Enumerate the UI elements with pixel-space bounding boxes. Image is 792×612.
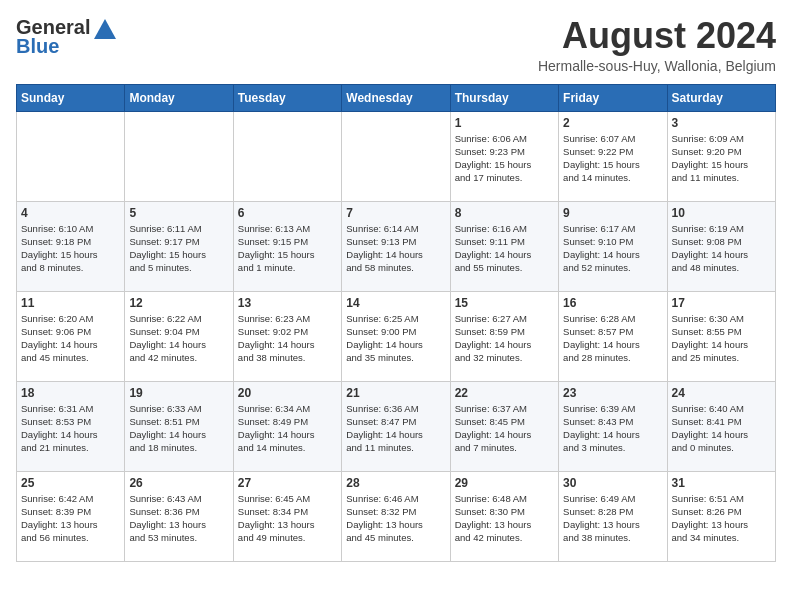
calendar-cell: 15Sunrise: 6:27 AM Sunset: 8:59 PM Dayli… [450,291,558,381]
calendar-cell: 9Sunrise: 6:17 AM Sunset: 9:10 PM Daylig… [559,201,667,291]
logo-icon [94,19,116,39]
day-number: 29 [455,476,554,490]
day-number: 22 [455,386,554,400]
day-number: 7 [346,206,445,220]
calendar-cell: 11Sunrise: 6:20 AM Sunset: 9:06 PM Dayli… [17,291,125,381]
day-info: Sunrise: 6:48 AM Sunset: 8:30 PM Dayligh… [455,492,554,545]
day-number: 10 [672,206,771,220]
day-number: 17 [672,296,771,310]
day-header-saturday: Saturday [667,84,775,111]
day-number: 1 [455,116,554,130]
calendar-cell: 27Sunrise: 6:45 AM Sunset: 8:34 PM Dayli… [233,471,341,561]
day-number: 26 [129,476,228,490]
calendar-week-3: 11Sunrise: 6:20 AM Sunset: 9:06 PM Dayli… [17,291,776,381]
day-number: 25 [21,476,120,490]
day-number: 19 [129,386,228,400]
day-info: Sunrise: 6:42 AM Sunset: 8:39 PM Dayligh… [21,492,120,545]
day-info: Sunrise: 6:09 AM Sunset: 9:20 PM Dayligh… [672,132,771,185]
calendar-week-4: 18Sunrise: 6:31 AM Sunset: 8:53 PM Dayli… [17,381,776,471]
calendar-cell [233,111,341,201]
day-number: 9 [563,206,662,220]
day-info: Sunrise: 6:20 AM Sunset: 9:06 PM Dayligh… [21,312,120,365]
calendar-cell: 8Sunrise: 6:16 AM Sunset: 9:11 PM Daylig… [450,201,558,291]
calendar-cell: 22Sunrise: 6:37 AM Sunset: 8:45 PM Dayli… [450,381,558,471]
day-number: 31 [672,476,771,490]
day-info: Sunrise: 6:17 AM Sunset: 9:10 PM Dayligh… [563,222,662,275]
day-info: Sunrise: 6:51 AM Sunset: 8:26 PM Dayligh… [672,492,771,545]
day-number: 4 [21,206,120,220]
day-info: Sunrise: 6:45 AM Sunset: 8:34 PM Dayligh… [238,492,337,545]
day-number: 13 [238,296,337,310]
calendar-cell: 1Sunrise: 6:06 AM Sunset: 9:23 PM Daylig… [450,111,558,201]
day-number: 28 [346,476,445,490]
day-info: Sunrise: 6:27 AM Sunset: 8:59 PM Dayligh… [455,312,554,365]
day-number: 11 [21,296,120,310]
calendar-cell: 14Sunrise: 6:25 AM Sunset: 9:00 PM Dayli… [342,291,450,381]
day-header-friday: Friday [559,84,667,111]
day-info: Sunrise: 6:28 AM Sunset: 8:57 PM Dayligh… [563,312,662,365]
calendar-cell: 4Sunrise: 6:10 AM Sunset: 9:18 PM Daylig… [17,201,125,291]
calendar-body: 1Sunrise: 6:06 AM Sunset: 9:23 PM Daylig… [17,111,776,561]
day-number: 23 [563,386,662,400]
logo-blue-text: Blue [16,35,59,58]
calendar-cell: 2Sunrise: 6:07 AM Sunset: 9:22 PM Daylig… [559,111,667,201]
location-text: Hermalle-sous-Huy, Wallonia, Belgium [538,58,776,74]
day-info: Sunrise: 6:30 AM Sunset: 8:55 PM Dayligh… [672,312,771,365]
calendar-cell: 19Sunrise: 6:33 AM Sunset: 8:51 PM Dayli… [125,381,233,471]
day-number: 2 [563,116,662,130]
day-info: Sunrise: 6:23 AM Sunset: 9:02 PM Dayligh… [238,312,337,365]
calendar-cell: 13Sunrise: 6:23 AM Sunset: 9:02 PM Dayli… [233,291,341,381]
day-number: 16 [563,296,662,310]
day-info: Sunrise: 6:16 AM Sunset: 9:11 PM Dayligh… [455,222,554,275]
calendar-cell: 30Sunrise: 6:49 AM Sunset: 8:28 PM Dayli… [559,471,667,561]
month-year-title: August 2024 [538,16,776,56]
calendar-cell: 29Sunrise: 6:48 AM Sunset: 8:30 PM Dayli… [450,471,558,561]
day-number: 3 [672,116,771,130]
day-info: Sunrise: 6:36 AM Sunset: 8:47 PM Dayligh… [346,402,445,455]
day-number: 27 [238,476,337,490]
calendar-cell: 28Sunrise: 6:46 AM Sunset: 8:32 PM Dayli… [342,471,450,561]
title-section: August 2024 Hermalle-sous-Huy, Wallonia,… [538,16,776,74]
calendar-cell: 12Sunrise: 6:22 AM Sunset: 9:04 PM Dayli… [125,291,233,381]
day-info: Sunrise: 6:34 AM Sunset: 8:49 PM Dayligh… [238,402,337,455]
calendar-cell [17,111,125,201]
calendar-cell: 6Sunrise: 6:13 AM Sunset: 9:15 PM Daylig… [233,201,341,291]
day-info: Sunrise: 6:49 AM Sunset: 8:28 PM Dayligh… [563,492,662,545]
days-header-row: SundayMondayTuesdayWednesdayThursdayFrid… [17,84,776,111]
day-number: 8 [455,206,554,220]
day-info: Sunrise: 6:14 AM Sunset: 9:13 PM Dayligh… [346,222,445,275]
day-info: Sunrise: 6:10 AM Sunset: 9:18 PM Dayligh… [21,222,120,275]
day-number: 15 [455,296,554,310]
page-header: General Blue August 2024 Hermalle-sous-H… [16,16,776,74]
logo: General Blue [16,16,116,58]
day-number: 14 [346,296,445,310]
day-info: Sunrise: 6:37 AM Sunset: 8:45 PM Dayligh… [455,402,554,455]
day-number: 30 [563,476,662,490]
day-number: 18 [21,386,120,400]
day-number: 12 [129,296,228,310]
calendar-cell: 7Sunrise: 6:14 AM Sunset: 9:13 PM Daylig… [342,201,450,291]
calendar-cell: 3Sunrise: 6:09 AM Sunset: 9:20 PM Daylig… [667,111,775,201]
calendar-week-5: 25Sunrise: 6:42 AM Sunset: 8:39 PM Dayli… [17,471,776,561]
calendar-header: SundayMondayTuesdayWednesdayThursdayFrid… [17,84,776,111]
day-info: Sunrise: 6:46 AM Sunset: 8:32 PM Dayligh… [346,492,445,545]
day-info: Sunrise: 6:31 AM Sunset: 8:53 PM Dayligh… [21,402,120,455]
day-info: Sunrise: 6:06 AM Sunset: 9:23 PM Dayligh… [455,132,554,185]
calendar-cell: 25Sunrise: 6:42 AM Sunset: 8:39 PM Dayli… [17,471,125,561]
calendar-cell: 5Sunrise: 6:11 AM Sunset: 9:17 PM Daylig… [125,201,233,291]
day-info: Sunrise: 6:39 AM Sunset: 8:43 PM Dayligh… [563,402,662,455]
day-number: 5 [129,206,228,220]
calendar-cell: 31Sunrise: 6:51 AM Sunset: 8:26 PM Dayli… [667,471,775,561]
day-info: Sunrise: 6:43 AM Sunset: 8:36 PM Dayligh… [129,492,228,545]
day-number: 20 [238,386,337,400]
day-info: Sunrise: 6:13 AM Sunset: 9:15 PM Dayligh… [238,222,337,275]
day-number: 21 [346,386,445,400]
calendar-cell: 17Sunrise: 6:30 AM Sunset: 8:55 PM Dayli… [667,291,775,381]
calendar-cell: 10Sunrise: 6:19 AM Sunset: 9:08 PM Dayli… [667,201,775,291]
calendar-week-2: 4Sunrise: 6:10 AM Sunset: 9:18 PM Daylig… [17,201,776,291]
calendar-cell: 18Sunrise: 6:31 AM Sunset: 8:53 PM Dayli… [17,381,125,471]
day-info: Sunrise: 6:25 AM Sunset: 9:00 PM Dayligh… [346,312,445,365]
day-number: 24 [672,386,771,400]
calendar-cell: 26Sunrise: 6:43 AM Sunset: 8:36 PM Dayli… [125,471,233,561]
svg-marker-0 [94,19,116,39]
